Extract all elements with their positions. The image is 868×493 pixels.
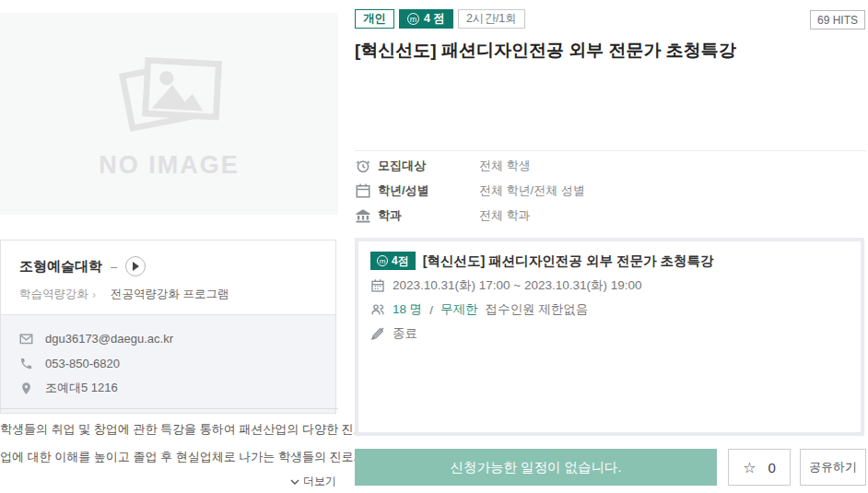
page-title: [혁신선도] 패션디자인전공 외부 전문가 초청특강 <box>355 39 868 63</box>
info-row-target: 모집대상 전체 학생 <box>355 153 868 178</box>
program-info-list: 모집대상 전체 학생 학년/성별 전체 학년/전체 성별 학과 전체 학과 <box>355 153 868 228</box>
contact-email: dgu36173@daegu.ac.kr <box>45 332 173 346</box>
share-button[interactable]: 공유하기 <box>800 449 866 486</box>
college-name: 조형예술대학 <box>19 258 102 276</box>
schedule-card: m 4점 [혁신선도] 패션디자인전공 외부 전문가 초청특강 2023.10.… <box>355 238 864 436</box>
breadcrumb-program: 전공역량강화 프로그램 <box>111 287 229 302</box>
divider <box>355 150 866 151</box>
header-badges: 개인 m 4 점 2시간/1회 <box>355 9 525 29</box>
program-description: 학생들의 취업 및 창업에 관한 특강을 통하여 패션산업의 다양한 진로와 취… <box>0 408 338 489</box>
info-value: 전체 학생 <box>479 158 531 174</box>
program-image-placeholder: NO IMAGE <box>0 13 338 215</box>
schedule-status-row: 종료 <box>370 325 849 342</box>
slash-separator: / <box>429 303 433 317</box>
program-detail-page: NO IMAGE 조형예술대학 – 학습역량강화 › 전공역량강화 프로그램 <box>0 0 868 493</box>
calendar-icon <box>355 182 371 199</box>
bank-icon <box>355 207 371 224</box>
contact-location: 조예대5 1216 <box>45 380 118 396</box>
info-label: 학과 <box>378 207 479 224</box>
organization-card: 조형예술대학 – 학습역량강화 › 전공역량강화 프로그램 dgu36173@d <box>0 240 336 414</box>
contact-phone: 053-850-6820 <box>45 357 120 370</box>
schedule-points-badge: m 4점 <box>370 252 416 270</box>
capacity-value: 무제한 <box>440 301 478 318</box>
dash-separator: – <box>111 260 117 274</box>
capacity-note: 접수인원 제한없음 <box>486 301 589 318</box>
mail-icon <box>19 332 33 346</box>
schedule-capacity-row: 18 명 / 무제한 접수인원 제한없음 <box>370 301 849 318</box>
breadcrumb-category: 학습역량강화 <box>19 287 88 302</box>
alarm-clock-icon <box>355 158 371 174</box>
description-line: 업에 대한 이해를 높이고 졸업 후 현실업체로 나가는 학생들의 진로와 사… <box>0 443 338 471</box>
play-button[interactable] <box>125 256 146 276</box>
phone-icon <box>19 357 33 370</box>
pen-icon <box>370 326 385 341</box>
applicant-count: 18 명 <box>393 301 422 318</box>
schedule-points-label: 4점 <box>392 253 409 269</box>
show-more-label: 더보기 <box>303 474 336 489</box>
hits-counter: 69 HITS <box>810 10 865 29</box>
contact-email-row: dgu36173@daegu.ac.kr <box>19 326 317 350</box>
calendar-icon <box>370 278 385 293</box>
no-schedule-button[interactable]: 신청가능한 일정이 없습니다. <box>355 449 717 486</box>
info-label: 학년/성별 <box>378 182 479 199</box>
organization-card-header: 조형예술대학 – 학습역량강화 › 전공역량강화 프로그램 <box>1 241 335 314</box>
schedule-status: 종료 <box>393 325 417 342</box>
badge-points-label: 4 점 <box>424 11 445 27</box>
chevron-down-icon <box>290 479 299 485</box>
badge-personal: 개인 <box>355 9 394 29</box>
favorite-button[interactable]: ☆ 0 <box>728 449 791 486</box>
schedule-datetime-row: 2023.10.31(화) 17:00 ~ 2023.10.31(화) 19:0… <box>370 277 849 294</box>
no-image-icon <box>115 48 224 136</box>
schedule-datetime: 2023.10.31(화) 17:00 ~ 2023.10.31(화) 19:0… <box>393 277 642 294</box>
info-row-department: 학과 전체 학과 <box>355 203 868 228</box>
map-pin-icon <box>19 381 33 395</box>
show-more-button[interactable]: 더보기 <box>0 474 338 489</box>
people-icon <box>370 302 385 317</box>
contact-location-row: 조예대5 1216 <box>19 376 317 400</box>
favorite-count: 0 <box>768 460 776 475</box>
mileage-icon: m <box>407 13 419 25</box>
contact-phone-row: 053-850-6820 <box>19 351 317 375</box>
schedule-title: [혁신선도] 패션디자인전공 외부 전문가 초청특강 <box>423 252 714 270</box>
description-line: 학생들의 취업 및 창업에 관한 특강을 통하여 패션산업의 다양한 진로와 취 <box>0 416 338 443</box>
info-value: 전체 학과 <box>479 207 531 224</box>
info-row-grade-gender: 학년/성별 전체 학년/전체 성별 <box>355 178 868 203</box>
mileage-icon: m <box>377 255 388 266</box>
organization-contact: dgu36173@daegu.ac.kr 053-850-6820 조예대5 1… <box>1 314 335 413</box>
no-image-label: NO IMAGE <box>99 151 240 180</box>
breadcrumb: 학습역량강화 › 전공역량강화 프로그램 <box>19 287 317 302</box>
star-icon: ☆ <box>743 459 756 476</box>
info-value: 전체 학년/전체 성별 <box>479 182 585 199</box>
badge-mileage-points: m 4 점 <box>399 9 453 29</box>
info-label: 모집대상 <box>378 158 479 174</box>
badge-duration: 2시간/1회 <box>458 9 525 29</box>
chevron-right-icon: › <box>92 288 96 301</box>
